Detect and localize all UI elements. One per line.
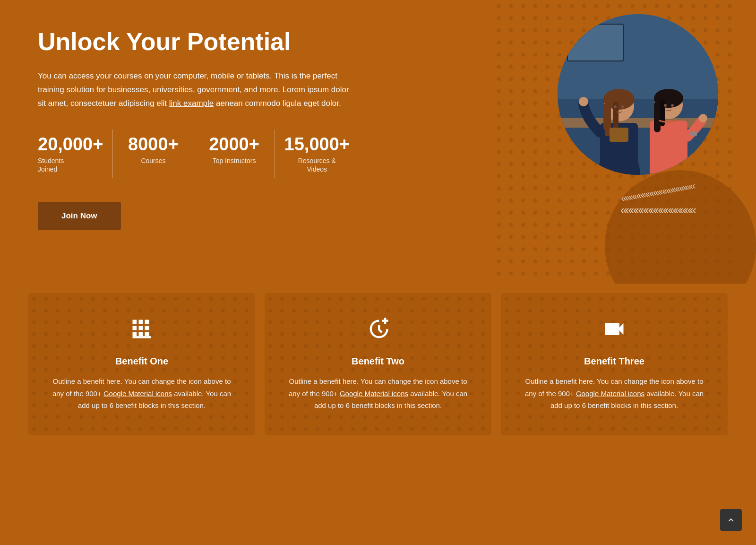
benefit-two-title: Benefit Two [284,356,472,367]
benefit-card-three: Benefit Three Outline a benefit here. Yo… [501,293,728,435]
benefits-section: Benefit One Outline a benefit here. You … [0,284,756,464]
stat-courses-label: Courses [141,157,165,164]
benefits-grid: Benefit One Outline a benefit here. You … [28,293,728,435]
stat-instructors-label: Top Instructors [213,157,256,164]
benefit-one-link[interactable]: Google Material icons [103,389,172,398]
svg-point-16 [579,97,588,106]
hero-image [558,14,718,175]
hero-image-container [558,14,718,175]
grid-icon [47,317,236,346]
stat-courses-number: 8000+ [122,134,184,155]
hero-description: You can access your courses on your comp… [38,69,359,111]
video-camera-icon [520,317,709,346]
stat-students: 20,000+ StudentsJoined [38,130,113,178]
svg-rect-25 [690,131,697,136]
benefit-one-title: Benefit One [47,356,236,367]
description-text-after: aenean commodo ligula eget dolor. [214,99,341,108]
clock-plus-icon [284,317,472,346]
stat-students-number: 20,000+ [38,134,103,155]
svg-point-22 [664,104,667,107]
svg-point-14 [621,105,624,108]
scroll-top-button[interactable] [720,509,742,531]
benefit-three-description: Outline a benefit here. You can change t… [520,375,709,412]
stat-courses: 8000+ Courses [113,130,194,178]
benefit-three-title: Benefit Three [520,356,709,367]
arrow-decoration: ««««««««««««««« [620,203,695,217]
svg-point-13 [614,105,617,108]
hero-title: Unlock Your Potential [38,28,416,55]
svg-rect-5 [568,25,623,61]
stat-instructors: 2000+ Top Instructors [194,130,275,178]
stats-row: 20,000+ StudentsJoined 8000+ Courses 200… [38,130,359,178]
benefit-two-description: Outline a benefit here. You can change t… [284,375,472,412]
benefit-two-link[interactable]: Google Material icons [340,389,408,398]
svg-point-24 [699,114,707,122]
benefit-card-two: Benefit Two Outline a benefit here. You … [265,293,491,435]
stat-resources-label: Resources &Videos [298,157,336,173]
hero-content: Unlock Your Potential You can access you… [38,28,416,230]
stat-instructors-number: 2000+ [204,134,265,155]
benefit-three-link[interactable]: Google Material icons [576,389,644,398]
benefit-one-description: Outline a benefit here. You can change t… [47,375,236,412]
benefit-card-one: Benefit One Outline a benefit here. You … [28,293,255,435]
stat-students-label: StudentsJoined [38,157,64,173]
join-now-button[interactable]: Join Now [38,202,121,230]
description-link[interactable]: link example [169,99,214,108]
chevron-up-icon [726,515,736,525]
stat-resources: 15,000+ Resources &Videos [275,130,359,178]
svg-rect-28 [133,336,151,338]
svg-rect-15 [610,128,628,142]
stat-resources-number: 15,000+ [284,134,350,155]
svg-rect-20 [654,102,661,132]
hero-section: ««««««««««««««« Unlock Your Potential Yo… [0,0,756,284]
people-illustration [558,14,718,175]
svg-point-23 [671,104,674,107]
